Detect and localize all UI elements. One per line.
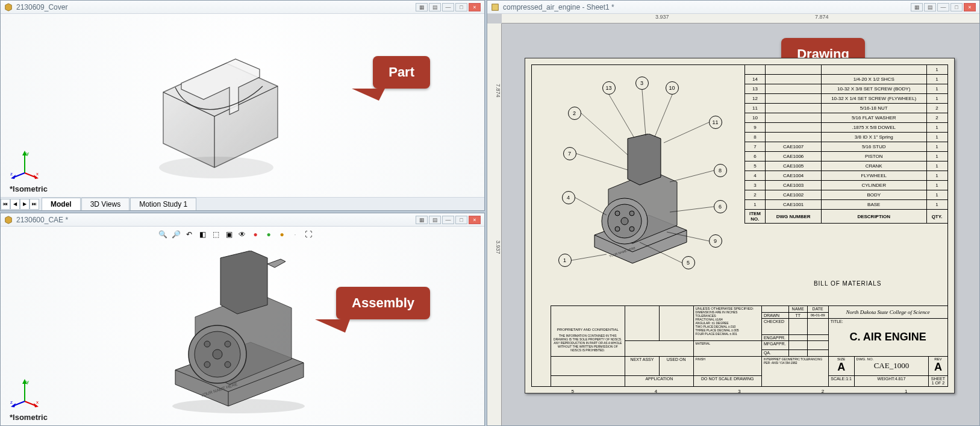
window-controls: ▦ ▤ — □ × [911,3,976,11]
bom-table: 1141/4-20 X 1/2 SHCS11310-32 X 3/8 SET S… [744,64,948,224]
svg-point-13 [213,349,222,359]
svg-point-34 [615,227,620,231]
drawing-window: compressed_air_engine - Sheet1 * ▦ ▤ — □… [487,0,980,426]
svg-line-37 [609,95,634,137]
vertical-ruler: 7.874 3.937 [487,23,502,425]
balloon[interactable]: 8 [714,164,727,177]
win-layout-button[interactable]: ▦ [416,3,428,11]
balloon[interactable]: 6 [714,200,727,213]
close-button[interactable]: × [469,3,481,11]
tab-last-button[interactable]: ⏭ [30,199,39,210]
drawing-titlebar[interactable]: compressed_air_engine - Sheet1 * ▦ ▤ — □… [487,1,979,14]
bom-title: BILL OF MATERIALS [814,280,882,287]
win-layout2-button[interactable]: ▤ [429,216,441,224]
tab-model[interactable]: Model [42,198,81,210]
tab-first-button[interactable]: ⏮ [1,199,10,210]
bom-row: 1CAE1001BASE1 [744,200,947,210]
part-titlebar[interactable]: 2130609_Cover ▦ ▤ — □ × [1,1,484,14]
hide-show-icon[interactable]: 👁 [237,229,248,240]
svg-text:y: y [27,151,29,156]
callout-assembly: Assembly [336,287,430,319]
bom-row: 1310-32 X 3/8 SET SCREW (BODY)1 [744,84,947,94]
tab-prev-button[interactable]: ◀ [10,199,20,210]
balloon[interactable]: 4 [562,191,575,204]
svg-point-15 [225,341,231,347]
svg-point-17 [225,362,231,368]
apply-scene-icon[interactable]: ● [263,229,274,240]
balloon[interactable]: 2 [568,107,581,120]
balloon[interactable]: 13 [602,81,616,95]
part-viewport[interactable]: Part yxz *Isometric [1,14,484,197]
section-view-icon[interactable]: ◧ [197,229,208,240]
balloon[interactable]: 5 [682,256,695,269]
prev-view-icon[interactable]: ↶ [184,229,195,240]
assembly-titlebar[interactable]: 2130600_CAE * ▦ ▤ — □ × [1,213,484,227]
minimize-button[interactable]: — [442,3,454,11]
bom-row: 5CAE1005CRANK1 [744,161,947,171]
svg-point-32 [615,211,620,216]
callout-assembly-label: Assembly [352,295,414,310]
view-orient-icon[interactable]: ⬚ [210,229,221,240]
close-button[interactable]: × [469,216,481,224]
svg-rect-28 [492,4,499,10]
bom-row: 141/4-20 X 1/2 SHCS1 [744,75,947,84]
win-layout2-button[interactable]: ▤ [429,3,441,11]
svg-point-14 [204,341,210,347]
drawing-view[interactable]: YOUR NAME HERE 13 3 10 2 11 7 8 4 6 9 1 … [534,77,733,290]
window-controls: ▦ ▤ — □ × [416,216,481,224]
win-layout-button[interactable]: ▦ [416,216,428,224]
close-button[interactable]: × [964,3,976,11]
drawing-sheet[interactable]: 1141/4-20 X 1/2 SHCS11310-32 X 3/8 SET S… [525,58,955,393]
callout-part-label: Part [389,64,414,80]
orientation-triad[interactable]: yxz [10,149,40,179]
maximize-button[interactable]: □ [455,216,467,224]
minimize-button[interactable]: — [442,216,454,224]
svg-point-0 [159,157,273,178]
win-layout-button[interactable]: ▦ [911,3,923,11]
assembly-window: 2130600_CAE * ▦ ▤ — □ × 🔍 🔎 ↶ ◧ ⬚ ▣ � [0,213,485,426]
svg-text:z: z [10,171,13,177]
edit-appearance-icon[interactable]: ● [250,229,261,240]
assembly-viewport[interactable]: 🔍 🔎 ↶ ◧ ⬚ ▣ 👁 ● ● ● · ⛶ [1,227,484,425]
horizontal-ruler: 3.937 7.874 [502,14,979,23]
view-orientation-label: *Isometric [10,184,48,193]
balloon[interactable]: 9 [709,234,722,248]
part-tabs: ⏮ ◀ ▶ ⏭ Model 3D Views Motion Study 1 [1,197,484,210]
win-layout2-button[interactable]: ▤ [924,3,936,11]
drawing-title: compressed_air_engine - Sheet1 * [503,3,907,11]
maximize-button[interactable]: □ [455,3,467,11]
svg-text:z: z [10,399,13,405]
bom-row: 115/16-18 NUT2 [744,104,947,113]
bom-row: 3CAE1003CYLINDER1 [744,181,947,190]
display-style-icon[interactable]: ▣ [223,229,234,240]
bom-header: ITEM NO.DWG NUMBERDESCRIPTIONQTY. [744,210,947,224]
balloon[interactable]: 1 [558,254,572,267]
part-title: 2130609_Cover [16,3,412,11]
view-settings-icon[interactable]: ● [276,229,287,240]
svg-line-39 [655,95,672,137]
zone-marks: 54321 [531,389,948,394]
svg-point-31 [621,218,628,225]
orientation-triad[interactable]: yxz [10,377,40,407]
bom-row: 1 [744,65,947,75]
drawing-icon [491,3,499,11]
drawing-title-value: C. AIR ENGINE [831,331,946,343]
tab-motionstudy[interactable]: Motion Study 1 [130,198,196,210]
svg-text:x: x [36,171,39,177]
balloon[interactable]: 10 [666,81,679,95]
bom-row: 2CAE1002BODY1 [744,190,947,200]
zoom-area-icon[interactable]: 🔎 [170,229,181,240]
zoom-fit-icon[interactable]: 🔍 [157,229,168,240]
callout-part: Part [373,56,430,89]
balloon[interactable]: 7 [563,147,576,160]
svg-point-16 [204,362,210,368]
bom-row: 1210-32 X 1/4 SET SCREW (FLYWHEEL)1 [744,94,947,104]
balloon[interactable]: 11 [709,116,722,129]
balloon[interactable]: 3 [635,77,649,90]
tab-3dviews[interactable]: 3D Views [81,198,130,210]
minimize-button[interactable]: — [937,3,949,11]
drawing-sheet-area[interactable]: 3.937 7.874 7.874 3.937 Drawing 1141/4-2… [487,14,979,425]
maximize-button[interactable]: □ [950,3,963,11]
fullscreen-icon[interactable]: ⛶ [303,229,314,240]
tab-next-button[interactable]: ▶ [20,199,30,210]
